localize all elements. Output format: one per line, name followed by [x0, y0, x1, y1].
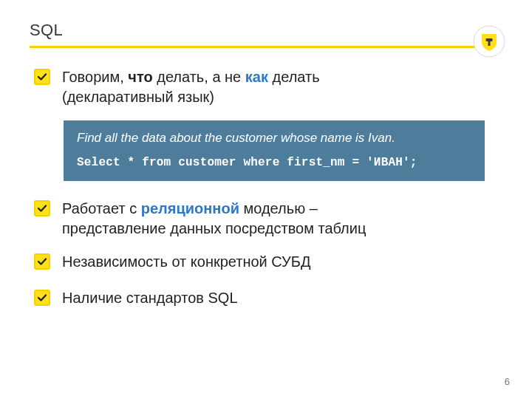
slide-title: SQL	[30, 21, 63, 40]
code-sql: Select * from customer where first_nm = …	[77, 156, 471, 169]
code-example: Find all the data about the customer who…	[64, 120, 485, 181]
bullet-item: Работает с реляционной моделью – предста…	[34, 199, 502, 239]
page-number: 6	[505, 376, 510, 387]
check-icon	[34, 253, 50, 270]
svg-rect-2	[488, 38, 491, 46]
bullet-item: Независимость от конкретной СУБД	[34, 252, 502, 272]
check-icon	[34, 69, 50, 85]
bullet-item: Наличие стандартов SQL	[34, 288, 502, 308]
bullet-text: Наличие стандартов SQL	[62, 288, 238, 308]
check-icon	[34, 200, 50, 216]
slide-content: Говорим, что делать, а не как делать (де…	[30, 48, 502, 308]
bullet-text: Работает с реляционной моделью – предста…	[62, 199, 409, 239]
tinkoff-logo-icon	[473, 25, 505, 58]
bullet-item: Говорим, что делать, а не как делать (де…	[34, 67, 502, 107]
code-caption: Find all the data about the customer who…	[77, 131, 471, 146]
check-icon	[34, 290, 50, 306]
bullet-text: Независимость от конкретной СУБД	[62, 252, 310, 272]
bullet-text: Говорим, что делать, а не как делать (де…	[62, 67, 328, 107]
